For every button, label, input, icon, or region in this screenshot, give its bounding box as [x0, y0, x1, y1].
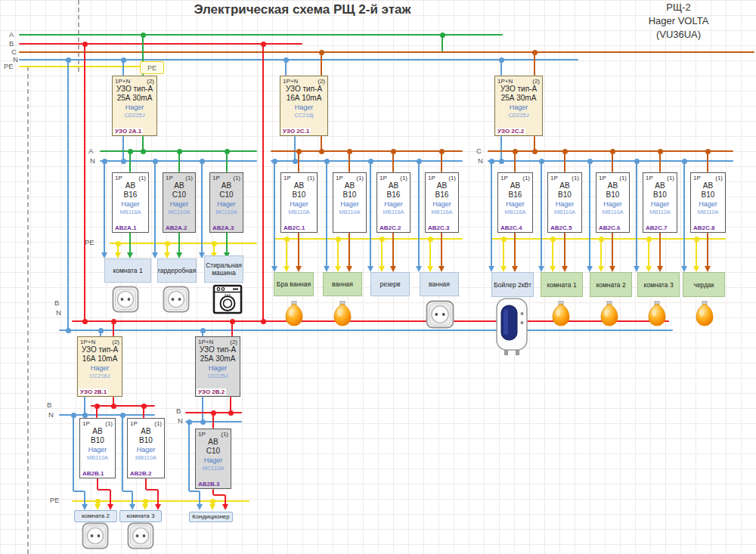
device-model: MB116A — [498, 209, 532, 216]
junction-dot — [200, 419, 206, 425]
device-tag: УЗО 2С.1 — [281, 128, 311, 135]
feed-arrowhead — [296, 266, 302, 272]
device-type: АВ — [333, 181, 366, 190]
junction-dot — [682, 159, 687, 164]
device-model: MB116A — [377, 209, 410, 216]
load-label-box: ванная — [323, 272, 362, 296]
junction-dot — [141, 149, 146, 154]
feed-arrowhead — [634, 266, 640, 272]
pole-label: 1P — [284, 175, 291, 181]
panel-name-block: РЩ-2 Hager VOLTA (VU36UA) — [639, 1, 718, 42]
wire-segment — [202, 397, 203, 422]
rcd-block: 1P+N(2)УЗО тип-А25А 30mAHagerCD225JУЗО 2… — [195, 336, 240, 397]
device-tag: АВ2С.8 — [692, 224, 716, 231]
feed-arrow — [226, 233, 228, 253]
wire-segment — [67, 60, 69, 330]
feed-arrow — [370, 161, 371, 267]
junction-dot — [501, 237, 507, 242]
breaker-block: 1P(1)АВB16HagerMB116AАВ2С.3 — [425, 172, 459, 233]
device-brand: Hager — [377, 200, 410, 209]
pole-label: 1P — [198, 431, 206, 438]
feed-arrow — [541, 161, 542, 267]
junction-dot — [336, 237, 341, 242]
bus-label: B — [47, 401, 51, 409]
device-header: 1P(1) — [643, 173, 677, 181]
junction-dot — [513, 149, 518, 154]
device-model: MC110A — [163, 209, 195, 216]
load-label-box: чердак — [683, 272, 725, 297]
count-label: (1) — [400, 175, 407, 181]
feed-arrowhead — [390, 266, 396, 272]
device-header: 1P(1) — [210, 173, 243, 181]
load-label-box: Кондиционер — [189, 512, 233, 522]
device-tag: УЗО 2С.2 — [496, 128, 525, 135]
load-label: резерв — [380, 280, 400, 288]
wire-segment — [500, 136, 502, 161]
load-label: комната 1 — [547, 281, 576, 289]
device-type: УЗО тип-А — [113, 85, 156, 94]
feed-arrowhead — [82, 504, 88, 510]
wire-segment — [321, 52, 322, 76]
junction-dot — [177, 149, 182, 154]
junction-dot — [368, 159, 373, 164]
load-label-box: комната 3 — [637, 272, 680, 297]
count-label: (1) — [138, 175, 146, 181]
wire-segment — [189, 491, 200, 492]
wire-segment — [392, 151, 394, 172]
breaker-block: 1P(1)АВB16HagerMB116AАВ2А.1 — [112, 172, 149, 233]
device-type: АВ — [210, 181, 243, 190]
wire-segment — [178, 151, 180, 172]
device-brand: Hager — [426, 200, 458, 209]
feed-arrow — [514, 233, 516, 267]
device-rating: B10 — [281, 190, 317, 200]
feed-arrow — [132, 491, 133, 505]
device-tag: АВ2В.1 — [81, 470, 105, 477]
device-tag: АВ2С.7 — [644, 224, 668, 231]
device-model: MC110A — [196, 465, 231, 472]
load-label-box: гардеробная — [157, 258, 197, 283]
wire-segment — [19, 43, 302, 45]
feed-arrow — [491, 161, 492, 267]
device-model: CC216j — [280, 112, 327, 119]
junction-dot — [141, 32, 146, 38]
device-model: MC110A — [210, 209, 243, 216]
feed-arrowhead — [94, 504, 101, 510]
junction-dot — [200, 328, 206, 333]
junction-dot — [121, 159, 126, 164]
device-tag: АВ2А.3 — [211, 224, 235, 231]
junction-dot — [225, 149, 230, 154]
feed-arrow — [286, 239, 287, 267]
junction-dot — [261, 319, 266, 324]
breaker-block: 1P(1)АВC10HagerMC110AАВ2А.2 — [163, 172, 196, 233]
wire-segment — [129, 151, 131, 172]
feed-arrow — [589, 161, 590, 267]
device-header: 1P+N(2) — [280, 76, 327, 85]
feed-arrow — [154, 161, 156, 253]
device-type: АВ — [163, 181, 195, 190]
boiler-icon — [495, 297, 529, 357]
count-label: (1) — [356, 175, 364, 181]
wire-segment — [491, 238, 726, 240]
feed-arrowhead — [284, 266, 290, 272]
breaker-block: 1P(1)АВB10HagerMB110AАВ2В.1 — [79, 418, 116, 478]
count-label: (1) — [448, 175, 456, 181]
device-rating: B16 — [113, 190, 148, 200]
device-header: 1P(1) — [163, 173, 195, 181]
device-model: CD225J — [196, 373, 240, 380]
junction-dot — [417, 159, 422, 164]
pole-label: 1P+N — [283, 78, 298, 85]
wire-segment — [294, 136, 296, 161]
device-type: АВ — [691, 181, 725, 190]
junction-dot — [261, 42, 266, 47]
device-model: CD225J — [113, 112, 156, 119]
device-header: 1P(1) — [128, 419, 164, 427]
pole-label: 1P — [166, 175, 173, 181]
feed-arrowhead — [550, 266, 556, 272]
bus-label: B — [176, 407, 181, 415]
wire-segment — [488, 160, 733, 162]
bulb-icon — [284, 301, 304, 328]
junction-dot — [489, 159, 494, 164]
feed-arrow — [110, 490, 111, 505]
rcd-block: 1P+N(2)УЗО тип-А16А 10mAHagerCC216JУЗО 2… — [77, 336, 122, 397]
bus-label: B — [54, 299, 59, 307]
